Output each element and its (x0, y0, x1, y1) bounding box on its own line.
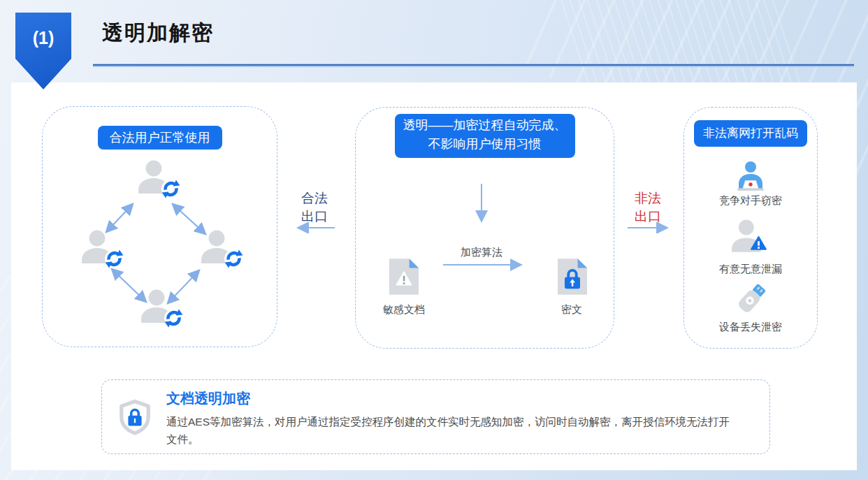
illegal-exit-arrow (626, 222, 672, 233)
shield-lock-icon (118, 399, 152, 437)
summary-description: 通过AES等加密算法，对用户通过指定受控程序创建的文件实时无感知加密，访问时自动… (166, 413, 738, 448)
illegal-exit-label: 非法 出口 (625, 189, 670, 226)
sync-icon (161, 180, 180, 198)
user-icon (79, 230, 121, 266)
person-warning-icon (731, 219, 769, 254)
threat-label: 有意无意泄漏 (684, 263, 817, 276)
threat-label: 竞争对手窃密 (684, 194, 817, 208)
legal-exit-arrow (293, 222, 338, 233)
threat-label: 设备丢失泄密 (684, 321, 817, 334)
section-badge-number: (1) (15, 28, 71, 48)
sync-icon (164, 309, 183, 328)
illegal-exit-line1: 非法 (625, 189, 670, 208)
encrypt-arrow-label: 加密算法 (426, 246, 537, 259)
slide-background: (1) 透明加解密 合法用户正常使用 (0, 0, 868, 480)
legal-users-box: 合法用户正常使用 (42, 106, 277, 347)
summary-box: 文档透明加密 通过AES等加密算法，对用户通过指定受控程序创建的文件实时无感知加… (101, 379, 770, 454)
sensitive-document-icon (389, 258, 419, 296)
user-icon (138, 289, 180, 326)
page-title: 透明加解密 (102, 19, 214, 48)
user-icon (136, 160, 178, 196)
title-underline (93, 64, 854, 67)
hacker-laptop-icon (732, 161, 769, 193)
cipher-document-icon (557, 258, 588, 296)
summary-title: 文档透明加密 (166, 389, 250, 408)
user-icon (198, 230, 240, 266)
legal-exit-label: 合法 出口 (292, 189, 337, 226)
illegal-open-header: 非法离网打开乱码 (694, 120, 807, 147)
transparent-encryption-box: 透明——加密过程自动完成、 不影响用户使用习惯 加密算法 敏感文档 (355, 107, 614, 349)
usb-drive-icon (734, 281, 769, 317)
section-badge: (1) (15, 13, 71, 89)
legal-exit-line1: 合法 (292, 189, 337, 208)
sync-icon (224, 249, 243, 268)
sync-icon (105, 249, 124, 268)
cipher-document-label: 密文 (537, 303, 607, 317)
illegal-open-box: 非法离网打开乱码 竞争对手窃密 有意无意泄漏 (683, 107, 818, 349)
sensitive-document-label: 敏感文档 (363, 303, 445, 317)
